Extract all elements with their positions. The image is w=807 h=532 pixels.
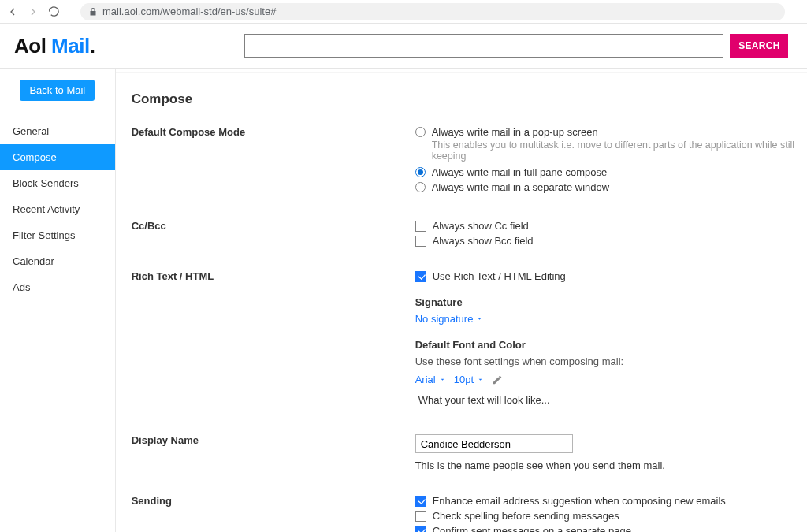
display-name-input[interactable] xyxy=(415,434,573,453)
label-sending: Sending xyxy=(132,495,415,532)
checkbox-enhance-suggestion-label: Enhance email address suggestion when co… xyxy=(433,495,726,507)
chevron-down-icon xyxy=(439,376,446,383)
radio-full-pane-label: Always write mail in full pane compose xyxy=(432,166,608,178)
radio-popup[interactable] xyxy=(415,127,426,137)
url-bar[interactable]: mail.aol.com/webmail-std/en-us/suite# xyxy=(80,3,785,20)
sidebar-item-calendar[interactable]: Calendar xyxy=(0,248,115,274)
sidebar-item-ads[interactable]: Ads xyxy=(0,274,115,300)
back-to-mail-button[interactable]: Back to Mail xyxy=(20,80,95,101)
settings-sidebar: Back to Mail General Compose Block Sende… xyxy=(0,69,116,532)
checkbox-spell-check-label: Check spelling before sending messages xyxy=(433,510,619,522)
label-default-compose-mode: Default Compose Mode xyxy=(132,126,415,196)
setting-rich-text: Rich Text / HTML Use Rich Text / HTML Ed… xyxy=(132,270,807,411)
setting-sending: Sending Enhance email address suggestion… xyxy=(132,495,807,532)
checkbox-confirm-sent-label: Confirm sent messages on a separate page xyxy=(433,525,631,532)
forward-icon[interactable] xyxy=(27,6,39,18)
label-display-name: Display Name xyxy=(132,434,415,471)
radio-separate-window[interactable] xyxy=(415,182,426,192)
content-area: Back to Mail General Compose Block Sende… xyxy=(0,68,807,532)
font-name-dropdown[interactable]: Arial xyxy=(415,374,446,385)
sidebar-item-compose[interactable]: Compose xyxy=(0,144,115,170)
sidebar-item-block-senders[interactable]: Block Senders xyxy=(0,170,115,196)
font-preview: What your text will look like... xyxy=(415,389,801,411)
checkbox-confirm-sent[interactable] xyxy=(415,526,426,532)
label-rich-text: Rich Text / HTML xyxy=(132,270,415,411)
settings-panel: Compose Default Compose Mode Always writ… xyxy=(116,72,807,532)
checkbox-show-cc-label: Always show Cc field xyxy=(433,220,529,232)
label-cc-bcc: Cc/Bcc xyxy=(132,220,415,250)
signature-value: No signature xyxy=(415,313,474,325)
sidebar-item-filter-settings[interactable]: Filter Settings xyxy=(0,222,115,248)
lock-icon xyxy=(88,7,98,17)
default-font-help: Use these font settings when composing m… xyxy=(415,355,807,367)
search-input[interactable] xyxy=(244,34,723,58)
font-name-value: Arial xyxy=(415,374,436,385)
url-text: mail.aol.com/webmail-std/en-us/suite# xyxy=(102,6,276,17)
radio-popup-help: This enables you to multitask i.e. move … xyxy=(432,140,807,162)
pencil-icon[interactable] xyxy=(492,374,503,385)
font-size-value: 10pt xyxy=(454,374,474,385)
signature-dropdown[interactable]: No signature xyxy=(415,313,484,325)
sidebar-item-general[interactable]: General xyxy=(0,118,115,144)
setting-display-name: Display Name This is the name people see… xyxy=(132,434,807,471)
app-header: Aol Mail. SEARCH xyxy=(0,24,807,68)
sidebar-item-recent-activity[interactable]: Recent Activity xyxy=(0,196,115,222)
chevron-down-icon xyxy=(477,376,484,383)
setting-cc-bcc: Cc/Bcc Always show Cc field Always show … xyxy=(132,220,807,250)
radio-separate-window-label: Always write mail in a separate window xyxy=(432,181,609,193)
search-area: SEARCH xyxy=(244,34,788,58)
checkbox-show-bcc-label: Always show Bcc field xyxy=(433,235,534,247)
checkbox-enhance-suggestion[interactable] xyxy=(415,496,426,507)
checkbox-use-rich-text[interactable] xyxy=(415,271,426,282)
checkbox-show-cc[interactable] xyxy=(415,221,426,232)
signature-heading: Signature xyxy=(415,296,807,308)
setting-default-compose-mode: Default Compose Mode Always write mail i… xyxy=(132,126,807,196)
radio-full-pane[interactable] xyxy=(415,167,426,177)
aol-mail-logo[interactable]: Aol Mail. xyxy=(13,34,95,58)
font-size-dropdown[interactable]: 10pt xyxy=(454,374,484,385)
checkbox-use-rich-text-label: Use Rich Text / HTML Editing xyxy=(433,270,566,282)
page-title: Compose xyxy=(132,91,807,107)
chevron-down-icon xyxy=(476,315,483,322)
display-name-help: This is the name people see when you sen… xyxy=(415,459,807,471)
browser-chrome: mail.aol.com/webmail-std/en-us/suite# xyxy=(0,0,807,24)
reload-icon[interactable] xyxy=(47,6,60,18)
checkbox-spell-check[interactable] xyxy=(415,511,426,522)
default-font-heading: Default Font and Color xyxy=(415,339,807,351)
radio-popup-label: Always write mail in a pop-up screen xyxy=(432,126,807,138)
search-button[interactable]: SEARCH xyxy=(730,34,788,58)
checkbox-show-bcc[interactable] xyxy=(415,236,426,247)
back-icon[interactable] xyxy=(6,6,19,18)
